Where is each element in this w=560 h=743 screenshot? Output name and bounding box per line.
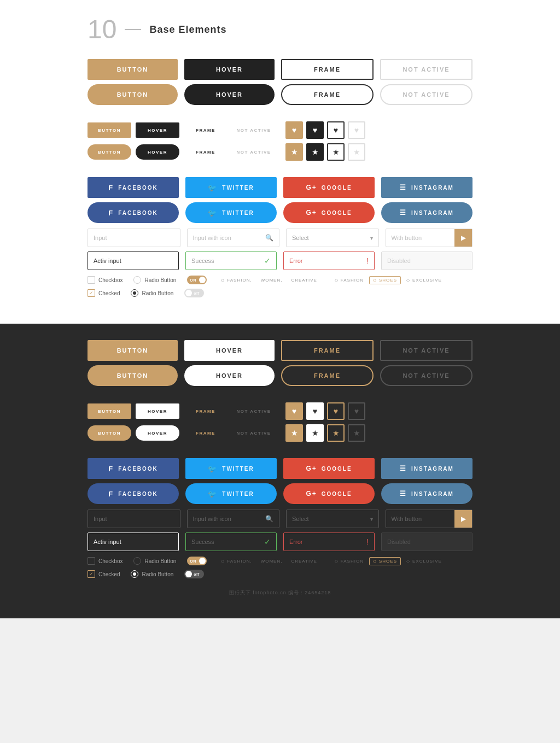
radio-circle-unchecked[interactable] [133, 276, 141, 284]
button-inactive-rounded[interactable]: NOT ACTIVE [380, 84, 472, 105]
dark-input-success[interactable]: Success ✓ [185, 533, 277, 551]
dark-button-hover-rounded[interactable]: HOVER [184, 365, 275, 386]
button-hover-rounded[interactable]: HOVER [184, 84, 275, 105]
dark-google-button-rounded[interactable]: g+ GOOGLE [283, 483, 375, 504]
toggle-off-track[interactable]: off [184, 289, 204, 297]
instagram-button-rounded[interactable]: ☰ INSTAGRAM [381, 202, 472, 223]
dark-button-brown-rounded[interactable]: BUTTON [88, 365, 178, 386]
toggle-on-track[interactable]: ON [187, 276, 207, 284]
dark-sm-button-hover-rect[interactable]: HOVER [136, 403, 179, 419]
tag-fashion[interactable]: ◇ FASHION, [218, 277, 255, 284]
instagram-button-rect[interactable]: ☰ INSTAGRAM [381, 177, 472, 198]
sm-button-brown-rounded[interactable]: BUTTON [88, 144, 131, 160]
dark-toggle-off-track[interactable]: off [184, 570, 204, 578]
dark-button-frame-rounded[interactable]: FRAME [281, 365, 374, 386]
dark-button-inactive-rect[interactable]: NOT ACTIVE [380, 340, 472, 361]
dark-tag-fashion-2[interactable]: ◇ FASHION [331, 558, 367, 565]
dark-sm-button-inactive-rect[interactable]: NOT ACTIVE [232, 403, 276, 419]
dark-select-field[interactable]: Select ▾ [286, 510, 379, 528]
dark-sm-button-frame-rounded[interactable]: FRAME [184, 425, 228, 441]
star-icon-frame[interactable]: ★ [327, 143, 345, 161]
dark-star-icon-inactive[interactable]: ★ [348, 424, 365, 442]
dark-facebook-button-rect[interactable]: f FACEBOOK [88, 458, 179, 479]
radio-circle-checked[interactable] [131, 289, 138, 297]
input-basic[interactable]: Input [88, 229, 180, 247]
tag-women[interactable]: WOMEN, [258, 277, 286, 284]
radio-unchecked[interactable]: Radio Button [133, 276, 176, 284]
sm-button-inactive-rounded[interactable]: NOT ACTIVE [232, 144, 276, 160]
star-icon-brown[interactable]: ★ [285, 143, 303, 161]
toggle-off[interactable]: off [184, 289, 204, 297]
facebook-button-rect[interactable]: f FACEBOOK [88, 177, 179, 198]
sm-button-frame-rect[interactable]: FRAME [184, 122, 228, 138]
dark-heart-icon-frame[interactable]: ♥ [327, 402, 345, 420]
dark-radio-checked[interactable]: Radio Button [131, 570, 173, 578]
dark-tag-exclusive[interactable]: ◇ EXCLUSIVE [403, 558, 445, 565]
dark-heart-icon-inactive[interactable]: ♥ [348, 402, 365, 420]
google-button-rounded[interactable]: g+ GOOGLE [283, 202, 375, 223]
dark-sm-button-brown-rect[interactable]: BUTTON [88, 403, 131, 419]
dark-sm-button-inactive-rounded[interactable]: NOT ACTIVE [232, 425, 276, 441]
dark-star-icon-brown[interactable]: ★ [285, 424, 303, 442]
dark-star-icon-white[interactable]: ★ [306, 424, 324, 442]
dark-tag-creative[interactable]: CREATIVE [288, 558, 320, 565]
input-arrow-button[interactable]: ▶ [454, 229, 472, 247]
tag-shoes[interactable]: ◇ SHOES [369, 276, 401, 284]
dark-checkbox-unchecked[interactable]: Checkbox [88, 557, 122, 565]
sm-button-hover-rounded[interactable]: HOVER [136, 144, 179, 160]
checkbox-box-checked[interactable] [88, 289, 95, 297]
toggle-on[interactable]: ON [187, 276, 207, 284]
dark-sm-button-hover-rounded[interactable]: HOVER [136, 425, 179, 441]
sm-button-frame-rounded[interactable]: FRAME [184, 144, 228, 160]
facebook-button-rounded[interactable]: f FACEBOOK [88, 202, 179, 223]
select-field[interactable]: Select ▾ [286, 229, 379, 247]
dark-facebook-button-rounded[interactable]: f FACEBOOK [88, 483, 179, 504]
dark-heart-icon-brown[interactable]: ♥ [285, 402, 303, 420]
dark-instagram-button-rect[interactable]: ☰ INSTAGRAM [381, 458, 472, 479]
checkbox-unchecked[interactable]: Checkbox [88, 276, 122, 284]
checkbox-checked[interactable]: Checked [88, 289, 120, 297]
dark-radio-circle-checked[interactable] [131, 570, 138, 578]
dark-input-arrow-button[interactable]: ▶ [454, 510, 472, 528]
dark-tag-shoes[interactable]: ◇ SHOES [369, 557, 401, 565]
heart-icon-black[interactable]: ♥ [306, 121, 324, 139]
dark-input-active[interactable]: Activ input [88, 533, 179, 551]
dark-input-with-icon[interactable]: Input with icon 🔍 [187, 510, 280, 528]
dark-radio-unchecked[interactable]: Radio Button [133, 557, 176, 565]
dark-checkbox-checked[interactable]: Checked [88, 570, 120, 578]
sm-button-brown-rect[interactable]: BUTTON [88, 122, 131, 138]
button-inactive-rect[interactable]: NOT ACTIVE [380, 59, 472, 80]
twitter-button-rounded[interactable]: 🐦 TWITTER [185, 202, 277, 223]
button-frame-rect[interactable]: FRAME [281, 59, 374, 80]
sm-button-hover-rect[interactable]: HOVER [136, 122, 179, 138]
dark-checkbox-box-checked[interactable] [88, 570, 95, 578]
dark-sm-button-brown-rounded[interactable]: BUTTON [88, 425, 131, 441]
button-frame-rounded[interactable]: FRAME [281, 84, 374, 105]
dark-button-inactive-rounded[interactable]: NOT ACTIVE [380, 365, 472, 386]
dark-input-basic[interactable]: Input [88, 510, 180, 528]
dark-input-error[interactable]: Error ! [283, 533, 375, 551]
button-brown-rounded[interactable]: BUTTON [88, 84, 178, 105]
tag-fashion-2[interactable]: ◇ FASHION [331, 277, 367, 284]
input-error[interactable]: Error ! [283, 251, 375, 270]
button-brown-rect[interactable]: BUTTON [88, 59, 178, 80]
dark-radio-circle-unchecked[interactable] [133, 557, 141, 565]
dark-input-with-button[interactable]: With button ▶ [386, 510, 473, 528]
heart-icon-brown[interactable]: ♥ [285, 121, 303, 139]
sm-button-inactive-rect[interactable]: NOT ACTIVE [232, 122, 276, 138]
dark-button-frame-rect[interactable]: FRAME [281, 340, 374, 361]
dark-star-icon-frame[interactable]: ★ [327, 424, 345, 442]
tag-creative[interactable]: CREATIVE [288, 277, 320, 284]
dark-button-brown-rect[interactable]: BUTTON [88, 340, 178, 361]
dark-twitter-button-rect[interactable]: 🐦 TWITTER [185, 458, 277, 479]
radio-checked[interactable]: Radio Button [131, 289, 173, 297]
button-hover-rect[interactable]: HOVER [184, 59, 275, 80]
star-icon-black[interactable]: ★ [306, 143, 324, 161]
tag-exclusive[interactable]: ◇ EXCLUSIVE [403, 277, 445, 284]
dark-tag-women[interactable]: WOMEN, [258, 558, 286, 565]
dark-tag-fashion[interactable]: ◇ FASHION, [218, 558, 255, 565]
dark-toggle-off[interactable]: off [184, 570, 204, 578]
star-icon-inactive[interactable]: ★ [348, 143, 365, 161]
google-button-rect[interactable]: g+ GOOGLE [283, 177, 375, 198]
dark-twitter-button-rounded[interactable]: 🐦 TWITTER [185, 483, 277, 504]
